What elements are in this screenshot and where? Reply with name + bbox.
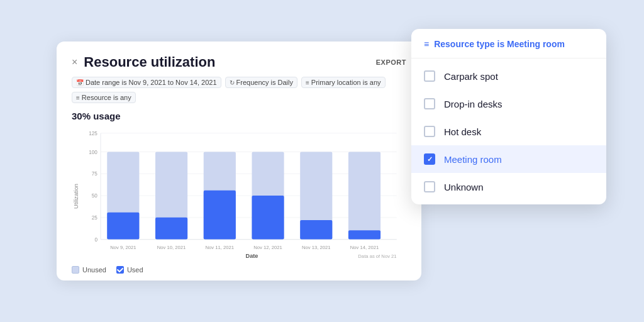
card-title-row: × Resource utilization <box>72 54 215 70</box>
checkbox-carpark[interactable] <box>424 70 435 82</box>
filter-frequency[interactable]: ↻ Frequency is Daily <box>225 77 297 88</box>
card-header: × Resource utilization EXPORT <box>72 54 406 70</box>
filter-resource[interactable]: ≡ Resource is any <box>72 92 136 103</box>
svg-rect-26 <box>348 230 380 239</box>
svg-text:0: 0 <box>94 237 97 243</box>
refresh-icon: ↻ <box>230 79 235 86</box>
filter-icon: ≡ <box>306 79 309 86</box>
svg-text:Nov 9, 2021: Nov 9, 2021 <box>110 245 136 250</box>
chart-legend: Unused Used <box>72 266 406 274</box>
svg-text:Nov 10, 2021: Nov 10, 2021 <box>157 245 186 250</box>
dropdown-item-dropin-label: Drop-in desks <box>444 99 502 109</box>
filter-location-label: Primary location is any <box>311 79 381 86</box>
legend-unused-label: Unused <box>82 266 106 274</box>
filters-row: 📅 Date range is Nov 9, 2021 to Nov 14, 2… <box>72 77 406 103</box>
dropdown-header-text: Resource type is Meeting room <box>434 39 565 49</box>
resource-utilization-card: × Resource utilization EXPORT 📅 Date ran… <box>57 42 421 280</box>
export-button[interactable]: EXPORT <box>376 58 406 66</box>
checkbox-unknown[interactable] <box>424 181 435 192</box>
bar-chart: Utilization 0 25 50 75 100 125 <box>72 125 406 264</box>
svg-text:Nov 14, 2021: Nov 14, 2021 <box>350 245 379 250</box>
svg-text:Date: Date <box>246 253 258 259</box>
dropdown-items-list: Carpark spot Drop-in desks Hot desk Meet… <box>411 58 606 204</box>
dropdown-item-hotdesk[interactable]: Hot desk <box>411 118 606 145</box>
svg-rect-18 <box>155 218 187 240</box>
dropdown-item-unknown-label: Unknown <box>444 182 484 192</box>
calendar-icon: 📅 <box>76 79 84 86</box>
svg-text:50: 50 <box>92 193 98 199</box>
resource-type-dropdown: ≡ Resource type is Meeting room Carpark … <box>411 29 606 204</box>
svg-text:Data as of Nov 21: Data as of Nov 21 <box>358 253 396 259</box>
dropdown-item-carpark-label: Carpark spot <box>444 71 498 82</box>
filter-resource-label: Resource is any <box>82 94 131 101</box>
svg-text:25: 25 <box>92 215 98 221</box>
legend-unused: Unused <box>72 266 106 274</box>
filter-icon-2: ≡ <box>76 94 80 101</box>
legend-unused-box <box>72 266 79 274</box>
svg-rect-16 <box>107 213 139 240</box>
filter-lines-icon: ≡ <box>424 39 429 49</box>
checkbox-hotdesk[interactable] <box>424 126 435 137</box>
dropdown-item-dropin[interactable]: Drop-in desks <box>411 90 606 118</box>
svg-rect-22 <box>252 196 284 240</box>
chart-area: Utilization 0 25 50 75 100 125 <box>72 125 406 264</box>
legend-used-box <box>116 266 124 274</box>
dropdown-item-hotdesk-label: Hot desk <box>444 126 481 137</box>
filter-location[interactable]: ≡ Primary location is any <box>301 77 386 88</box>
svg-text:Nov 13, 2021: Nov 13, 2021 <box>302 245 331 250</box>
legend-used: Used <box>116 266 143 274</box>
dropdown-item-meetingroom[interactable]: Meeting room <box>411 145 606 173</box>
svg-text:Utilization: Utilization <box>73 184 79 209</box>
checkbox-meetingroom[interactable] <box>424 153 435 165</box>
svg-rect-24 <box>300 220 332 240</box>
svg-rect-20 <box>204 191 236 240</box>
svg-rect-25 <box>348 152 380 239</box>
filter-date-range[interactable]: 📅 Date range is Nov 9, 2021 to Nov 14, 2… <box>72 77 221 88</box>
dropdown-item-carpark[interactable]: Carpark spot <box>411 62 606 90</box>
card-title: Resource utilization <box>84 54 215 70</box>
filter-frequency-label: Frequency is Daily <box>236 79 293 86</box>
svg-text:Nov 11, 2021: Nov 11, 2021 <box>206 245 235 250</box>
svg-text:125: 125 <box>89 131 97 136</box>
dropdown-item-meetingroom-label: Meeting room <box>444 154 502 165</box>
svg-text:Nov 12, 2021: Nov 12, 2021 <box>253 245 282 250</box>
dropdown-header: ≡ Resource type is Meeting room <box>411 29 606 58</box>
legend-used-label: Used <box>127 266 143 274</box>
svg-text:75: 75 <box>92 171 98 177</box>
close-icon[interactable]: × <box>72 57 77 68</box>
checkbox-dropin[interactable] <box>424 98 435 109</box>
filter-date-label: Date range is Nov 9, 2021 to Nov 14, 202… <box>86 79 217 86</box>
dropdown-item-unknown[interactable]: Unknown <box>411 173 606 201</box>
svg-text:100: 100 <box>89 150 97 155</box>
usage-label: 30% usage <box>72 111 406 121</box>
